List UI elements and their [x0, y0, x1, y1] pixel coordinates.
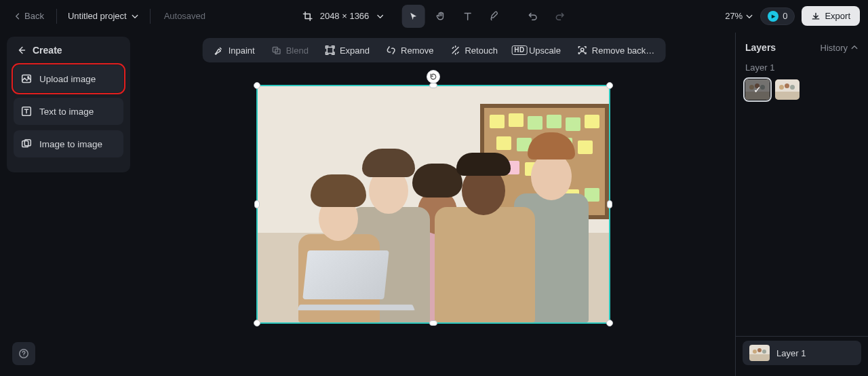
action-remove-background[interactable]: Remove back… [570, 41, 661, 60]
help-icon [18, 348, 29, 359]
action-expand[interactable]: Expand [318, 41, 376, 60]
remove-icon [386, 45, 397, 56]
download-icon [811, 12, 821, 21]
layer-thumbnail [749, 345, 770, 361]
svg-point-8 [581, 48, 584, 51]
crop-icon [302, 11, 313, 22]
variant-thumb-selected[interactable]: ✓ [745, 79, 770, 100]
hand-tool[interactable] [429, 5, 452, 28]
upload-image-icon [20, 73, 33, 85]
brush-tool[interactable] [483, 5, 506, 28]
remove-bg-icon [577, 45, 588, 56]
action-label: Upscale [529, 45, 561, 56]
tool-group [401, 5, 571, 28]
topbar-left: Back Untitled project Autosaved [8, 8, 205, 24]
expand-icon [325, 45, 336, 56]
action-toolbar: Inpaint Blend Expand Remove Retouch HD U… [203, 38, 666, 62]
divider [150, 9, 151, 24]
redo-button[interactable] [548, 5, 571, 28]
project-name-text: Untitled project [68, 11, 127, 21]
layers-panel-header: Layers History [736, 33, 868, 58]
sidebar-title-text: Create [33, 45, 62, 56]
undo-button[interactable] [521, 5, 544, 28]
image-to-image-icon [20, 138, 33, 150]
layer-row[interactable]: Layer 1 [743, 341, 861, 365]
divider [56, 9, 57, 24]
credits-button[interactable]: ▸ 0 [760, 7, 795, 25]
sidebar-title: Create [16, 45, 123, 56]
brush-icon [489, 11, 500, 22]
chevron-down-icon [376, 12, 384, 20]
canvas-image [258, 86, 609, 322]
chevron-down-icon [745, 12, 753, 20]
action-inpaint[interactable]: Inpaint [207, 41, 262, 60]
sidebar-item-label: Upload image [39, 74, 96, 84]
action-retouch[interactable]: Retouch [443, 41, 504, 60]
rotate-handle[interactable] [427, 70, 440, 83]
retouch-icon [450, 45, 460, 56]
svg-rect-7 [328, 48, 334, 54]
layer-row-label: Layer 1 [776, 348, 806, 358]
layers-panel: Layers History Layer 1 ✓ [735, 33, 868, 376]
layer-list: Layer 1 [736, 336, 868, 376]
action-label: Retouch [465, 45, 497, 56]
pointer-icon [408, 11, 418, 22]
create-sidebar: Create Upload image Text to image Image … [7, 37, 130, 172]
resize-handle-n[interactable] [429, 83, 437, 88]
resize-handle-se[interactable] [606, 320, 613, 326]
svg-point-10 [23, 356, 24, 356]
dimensions-text: 2048 × 1366 [320, 11, 370, 21]
inpaint-icon [214, 45, 224, 56]
help-button[interactable] [12, 342, 35, 365]
canvas-dimensions-dropdown[interactable]: 2048 × 1366 [297, 8, 390, 24]
layers-title: Layers [745, 42, 776, 53]
sidebar-item-text-to-image[interactable]: Text to image [14, 98, 123, 125]
export-button[interactable]: Export [802, 6, 860, 26]
credits-icon: ▸ [768, 11, 778, 22]
action-label: Blend [286, 45, 309, 56]
project-name-dropdown[interactable]: Untitled project [64, 8, 143, 24]
laptop-illustration [298, 250, 414, 312]
action-label: Remove [401, 45, 433, 56]
action-remove[interactable]: Remove [379, 41, 440, 60]
layer-variants-row: ✓ [736, 79, 868, 100]
sidebar-item-label: Text to image [39, 107, 94, 117]
zoom-text: 27% [725, 11, 743, 21]
export-label: Export [825, 11, 850, 21]
hd-icon: HD [514, 45, 525, 56]
action-label: Inpaint [229, 45, 255, 56]
history-toggle[interactable]: History [821, 43, 859, 53]
action-upscale[interactable]: HD Upscale [507, 41, 568, 60]
topbar: Back Untitled project Autosaved 2048 × 1… [0, 0, 868, 33]
chevron-down-icon [131, 12, 139, 20]
redo-icon [554, 11, 565, 22]
current-layer-label: Layer 1 [736, 58, 868, 79]
chevron-up-icon [850, 43, 859, 52]
variant-thumb[interactable] [775, 79, 800, 100]
zoom-dropdown[interactable]: 27% [725, 11, 753, 21]
back-label: Back [24, 11, 44, 21]
sidebar-item-image-to-image[interactable]: Image to image [14, 130, 123, 157]
history-label: History [821, 43, 848, 53]
text-tool[interactable] [456, 5, 479, 28]
resize-handle-nw[interactable] [254, 82, 260, 89]
action-label: Remove back… [592, 45, 654, 56]
action-blend: Blend [264, 41, 315, 60]
pointer-tool[interactable] [401, 5, 425, 28]
sidebar-item-upload-image[interactable]: Upload image [14, 65, 123, 92]
resize-handle-s[interactable] [429, 320, 437, 326]
resize-handle-e[interactable] [607, 200, 612, 208]
resize-handle-ne[interactable] [606, 82, 613, 89]
sidebar-item-label: Image to image [39, 139, 102, 149]
selected-image-frame[interactable] [256, 85, 610, 324]
credits-count: 0 [783, 11, 787, 21]
resize-handle-w[interactable] [254, 200, 260, 208]
blend-icon [271, 45, 282, 56]
resize-handle-sw[interactable] [254, 320, 260, 326]
image-illustration [258, 86, 609, 322]
canvas-area[interactable] [136, 61, 726, 376]
text-to-image-icon [20, 105, 33, 117]
topbar-center: 2048 × 1366 [297, 5, 572, 28]
back-button[interactable]: Back [8, 8, 50, 24]
autosaved-status: Autosaved [164, 11, 205, 21]
